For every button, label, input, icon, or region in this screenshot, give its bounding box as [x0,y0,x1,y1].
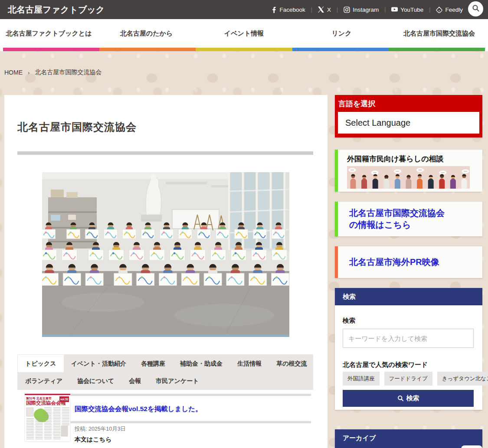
consultation-title: 外国籍市民向け暮らしの相談 [347,154,444,164]
youtube-icon [391,7,398,13]
search-icon [397,395,404,402]
title-divider [17,151,313,155]
feedly-link[interactable]: Feedly [436,7,463,13]
tab-living-info[interactable]: 生活情報 [230,355,269,372]
breadcrumb-home-link[interactable]: HOME [4,69,23,76]
consultation-illustration [347,166,470,189]
social-label: Facebook [280,7,305,13]
tab-topics[interactable]: トピックス [18,355,64,372]
news-thumbnail[interactable]: 第52号 北名古屋市 国際交流協会会報 vol.52 [25,394,70,441]
social-label: Instagram [353,7,379,13]
nav-item-treasures[interactable]: 北名古屋のたから [98,19,195,48]
divider: | [311,7,312,13]
tab-volunteer[interactable]: ボランティア [18,372,70,389]
association-info-link[interactable]: 北名古屋市国際交流協会 の情報はこちら [335,202,482,236]
top-bar: 北名古屋ファクトブック Facebook | X | Instagram [0,0,488,19]
nav-item-links[interactable]: リンク [293,19,390,48]
news-divider [70,394,311,396]
stripe-yellow [196,48,292,51]
site-title-link[interactable]: 北名古屋ファクトブック [8,0,105,19]
rainbow-stripe [0,48,488,51]
group-photo [42,172,289,337]
tab-about-assoc[interactable]: 協会について [70,372,121,389]
tab-events[interactable]: イベント・活動紹介 [64,355,134,372]
tab-survey[interactable]: 市民アンケート [148,372,206,389]
nav-item-kiia[interactable]: 北名古屋市国際交流協会 [390,19,488,48]
chevron-right-icon: › [28,69,29,76]
tab-bulletin[interactable]: 会報 [121,372,148,389]
social-label: YouTube [400,7,423,13]
social-links: Facebook | X | Instagram | Yo [271,0,463,19]
newsletter-vol: vol.52 [60,398,69,401]
search-input[interactable] [343,329,474,348]
main-nav: 北名古屋ファクトブックとは 北名古屋のたから イベント情報 リンク 北名古屋市国… [0,19,488,48]
keyword-chips: 外国語講座 フードドライブ きっずタウン北なごや [343,372,488,386]
breadcrumb-current: 北名古屋市国際交流協会 [35,69,102,76]
language-select[interactable]: Select Language [338,112,479,134]
facebook-icon [271,7,277,13]
search-label: 検索 [343,317,355,325]
consultation-banner[interactable]: 外国籍市民向け暮らしの相談 [335,150,482,192]
language-widget: 言語を選択 Select Language [335,95,482,137]
search-widget-header: 検索 [335,288,482,305]
youtube-link[interactable]: YouTube [391,7,423,13]
divider: | [384,7,386,13]
page-title: 北名古屋市国際交流協会 [17,120,137,134]
divider: | [337,7,338,13]
social-label: X [327,7,331,13]
link-text-line2: の情報はこちら [349,219,482,231]
search-icon [472,4,480,13]
tab-courses[interactable]: 各種講座 [134,355,173,372]
thumb-small-header: 第52号 北名古屋市 [26,396,52,400]
search-button-label: 検索 [406,394,419,402]
x-icon [318,7,324,13]
instagram-link[interactable]: Instagram [344,7,379,13]
breadcrumb: HOME › 北名古屋市国際交流協会 [4,69,102,76]
popular-keywords-label: 北名古屋で人気の検索ワード [343,361,428,369]
keyword-chip[interactable]: フードドライブ [384,372,432,386]
stripe-pink [3,48,99,51]
archive-widget-header: アーカイブ [335,429,482,448]
search-widget: 検索 北名古屋で人気の検索ワード 外国語講座 フードドライブ きっずタウン北なご… [335,305,482,410]
stripe-blue [292,48,389,51]
tab-grassroots[interactable]: 草の根交流 [269,355,314,372]
nav-item-events[interactable]: イベント情報 [195,19,293,48]
header-search-button[interactable] [468,1,483,16]
news-tabs: トピックス イベント・活動紹介 各種講座 補助金・助成金 生活情報 草の根交流 … [17,354,313,390]
stripe-green [389,48,485,51]
divider: | [429,7,430,13]
main-content-card: 北名古屋市国際交流協会 [4,95,328,448]
news-title-link[interactable]: 国際交流協会会報vol.52を掲載しました。 [75,405,202,414]
stripe-orange [99,48,196,51]
page-top-button[interactable] [461,445,482,448]
language-widget-header: 言語を選択 [335,95,482,109]
facebook-link[interactable]: Facebook [271,7,305,13]
keyword-chip[interactable]: 外国語講座 [343,372,380,386]
keyword-chip[interactable]: きっずタウン北なごや [437,372,488,386]
link-text: 北名古屋市海外PR映像 [349,256,482,268]
news-body-text: 本文はこちら [75,436,111,444]
page: 北名古屋ファクトブック Facebook | X | Instagram [0,0,488,448]
nav-item-about[interactable]: 北名古屋ファクトブックとは [0,19,98,48]
overseas-pr-video-link[interactable]: 北名古屋市海外PR映像 [335,246,482,278]
news-date: 投稿: 2025年10月3日 [75,425,126,433]
instagram-icon [344,7,350,13]
social-label: Feedly [445,7,463,13]
search-submit-button[interactable]: 検索 [343,390,474,407]
x-link[interactable]: X [318,7,331,13]
link-text-line1: 北名古屋市国際交流協会 [349,207,482,219]
news-divider [70,421,311,423]
tab-subsidies[interactable]: 補助金・助成金 [173,355,230,372]
feedly-icon [436,7,442,13]
